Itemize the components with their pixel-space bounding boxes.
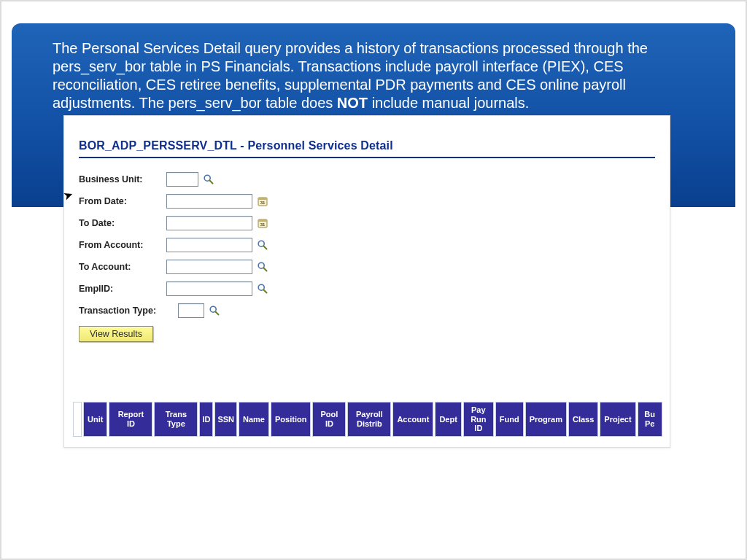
- title-rule: [79, 157, 655, 158]
- col-pay-run-id: Pay Run ID: [463, 402, 494, 437]
- label-from-date: From Date:: [79, 196, 166, 206]
- col-account: Account: [392, 402, 433, 437]
- label-to-account: To Account:: [79, 262, 166, 272]
- col-report-id: Report ID: [109, 402, 152, 437]
- svg-line-13: [263, 289, 266, 292]
- lookup-icon[interactable]: [257, 261, 268, 273]
- banner-not-word: NOT: [337, 95, 368, 111]
- query-code: BOR_ADP_PERSSERV_DTL: [79, 139, 237, 152]
- col-ssn: SSN: [214, 402, 237, 437]
- col-program: Program: [525, 402, 567, 437]
- view-results-button[interactable]: View Results: [79, 326, 153, 342]
- label-from-account: From Account:: [79, 240, 166, 250]
- query-name: Personnel Services Detail: [247, 139, 392, 152]
- svg-line-11: [263, 268, 266, 271]
- col-trans-type: Trans Type: [154, 402, 198, 437]
- label-to-date: To Date:: [79, 218, 166, 228]
- query-panel: BOR_ADP_PERSSERV_DTL - Personnel Service…: [63, 115, 670, 448]
- col-class: Class: [568, 402, 598, 437]
- svg-text:31: 31: [260, 201, 266, 205]
- table-spacer: [73, 402, 82, 437]
- to-date-input[interactable]: [166, 216, 252, 230]
- banner-text-after: include manual journals.: [372, 95, 530, 111]
- query-form: Business Unit: From Date: 31 To Date: 31: [79, 168, 655, 342]
- label-business-unit: Business Unit:: [79, 174, 166, 184]
- col-truncated: Bu Pe: [638, 402, 662, 437]
- page-title: BOR_ADP_PERSSERV_DTL - Personnel Service…: [79, 139, 655, 152]
- results-table: Unit Report ID Trans Type ID SSN Name Po…: [71, 402, 664, 437]
- to-account-input[interactable]: [166, 260, 252, 274]
- col-name: Name: [239, 402, 269, 437]
- svg-line-1: [209, 180, 212, 183]
- svg-line-9: [263, 246, 266, 249]
- svg-rect-6: [258, 219, 267, 222]
- results-table-header: Unit Report ID Trans Type ID SSN Name Po…: [71, 402, 670, 437]
- from-account-input[interactable]: [166, 238, 252, 252]
- svg-text:31: 31: [260, 222, 266, 227]
- emplid-input[interactable]: [166, 281, 252, 296]
- col-pool-id: Pool ID: [312, 402, 346, 437]
- col-project: Project: [600, 402, 635, 437]
- col-id: ID: [199, 402, 213, 437]
- slide-frame: The Personal Services Detail query provi…: [0, 0, 747, 560]
- calendar-icon[interactable]: 31: [257, 217, 268, 229]
- lookup-icon[interactable]: [209, 305, 220, 316]
- col-unit: Unit: [83, 402, 107, 437]
- col-dept: Dept: [435, 402, 461, 437]
- label-txn-type: Transaction Type:: [79, 306, 178, 316]
- business-unit-input[interactable]: [166, 172, 198, 187]
- title-separator: -: [237, 139, 248, 152]
- lookup-icon[interactable]: [257, 239, 268, 251]
- svg-line-15: [215, 311, 218, 314]
- txn-type-input[interactable]: [178, 303, 204, 318]
- label-emplid: EmplID:: [79, 284, 166, 294]
- from-date-input[interactable]: [166, 194, 252, 209]
- col-position: Position: [271, 402, 311, 437]
- svg-rect-3: [258, 198, 267, 200]
- col-fund: Fund: [495, 402, 524, 437]
- calendar-icon[interactable]: 31: [257, 195, 268, 207]
- lookup-icon[interactable]: [257, 283, 268, 295]
- lookup-icon[interactable]: [203, 174, 214, 185]
- col-payroll-distrib: Payroll Distrib: [347, 402, 391, 437]
